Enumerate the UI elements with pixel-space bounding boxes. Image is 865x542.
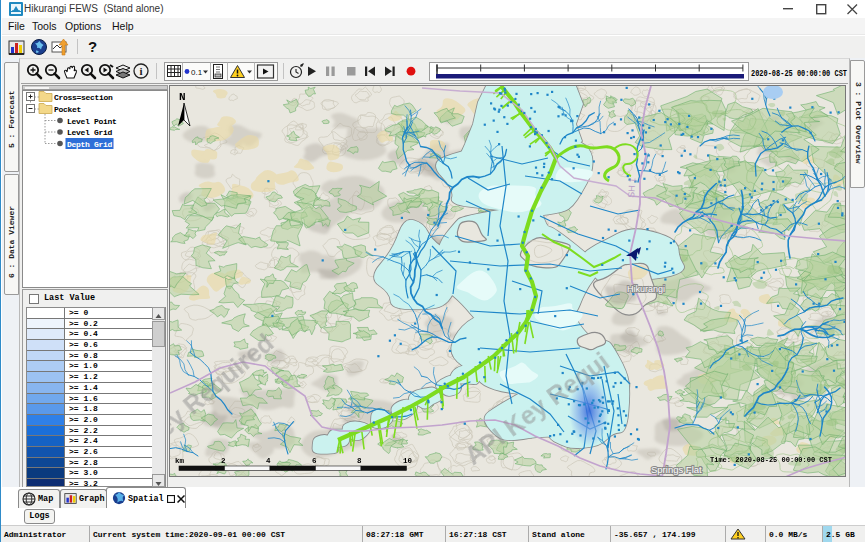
- svg-text:Time: 2020-08-25 00:00:00 CST: Time: 2020-08-25 00:00:00 CST: [710, 456, 833, 464]
- svg-text:8: 8: [357, 457, 362, 465]
- svg-text:km: km: [175, 457, 185, 465]
- svg-text:0.1: 0.1: [191, 68, 203, 77]
- svg-text:2: 2: [221, 457, 226, 465]
- svg-text:10: 10: [403, 457, 413, 465]
- svg-text:SH 1: SH 1: [626, 177, 637, 198]
- svg-text:Level Point: Level Point: [67, 117, 117, 126]
- svg-text:N: N: [179, 91, 186, 103]
- svg-text:4: 4: [266, 457, 271, 465]
- svg-text:?: ?: [88, 38, 97, 55]
- svg-text:Depth Grid: Depth Grid: [67, 140, 113, 149]
- svg-text:Pocket: Pocket: [54, 105, 82, 114]
- svg-text:i: i: [139, 65, 142, 77]
- svg-text:2020-08-25 00:00:00 CST: 2020-08-25 00:00:00 CST: [751, 69, 847, 79]
- svg-text:Level Grid: Level Grid: [67, 128, 113, 137]
- svg-text:6: 6: [312, 457, 317, 465]
- svg-text:Cross=section: Cross=section: [54, 93, 113, 102]
- svg-text:Springs Flat: Springs Flat: [651, 464, 702, 475]
- svg-text:Hikurangi: Hikurangi: [627, 284, 665, 294]
